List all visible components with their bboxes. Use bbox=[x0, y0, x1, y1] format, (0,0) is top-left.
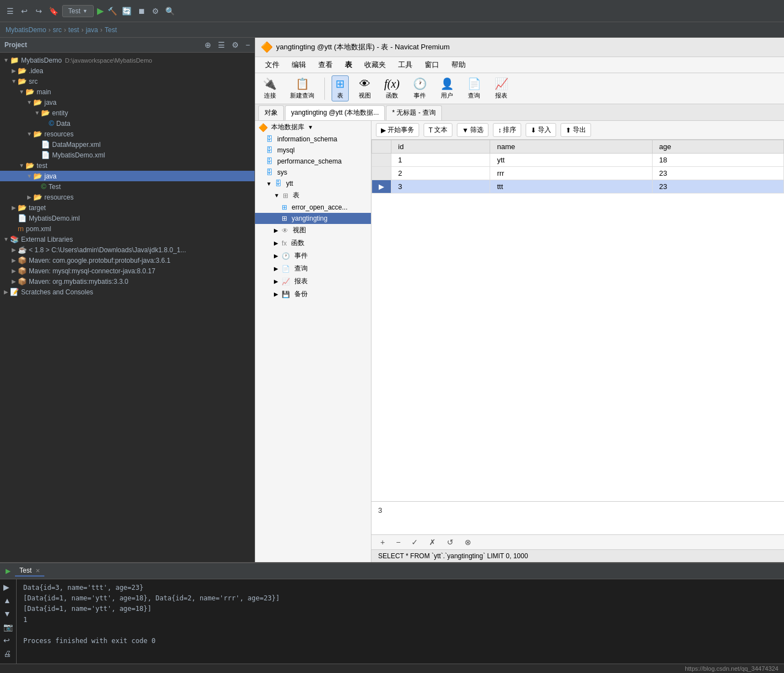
sync-icon[interactable]: ⊕ bbox=[205, 40, 211, 49]
settings-icon[interactable]: ⚙ bbox=[150, 6, 161, 17]
export-btn[interactable]: ⬆ 导出 bbox=[561, 123, 591, 137]
tree-item-java-test[interactable]: ▼ 📂 java bbox=[0, 171, 254, 181]
toolbar-connect[interactable]: 🔌 连接 bbox=[259, 76, 280, 101]
toolbar-new-query[interactable]: 📋 新建查询 bbox=[287, 76, 318, 101]
table-row-active[interactable]: ▶ 3 ttt 23 bbox=[372, 180, 784, 193]
db-item-table-group[interactable]: ▼ ⊞ 表 bbox=[255, 189, 371, 202]
tab-table-data[interactable]: yangtingting @ytt (本地数据... bbox=[285, 105, 385, 120]
menu-view[interactable]: 查看 bbox=[313, 58, 338, 72]
toolbar-query[interactable]: 📄 查询 bbox=[464, 76, 485, 101]
import-btn[interactable]: ⬇ 导入 bbox=[526, 123, 556, 137]
text-btn[interactable]: T 文本 bbox=[424, 123, 452, 137]
menu-tools[interactable]: 工具 bbox=[393, 58, 418, 72]
start-transaction-btn[interactable]: ▶ 开始事务 bbox=[376, 123, 419, 137]
breadcrumb-item-0[interactable]: MybatisDemo bbox=[6, 26, 46, 34]
db-item-ytt[interactable]: ▼ 🗄 ytt bbox=[255, 178, 371, 189]
cell-age[interactable]: 23 bbox=[652, 180, 783, 193]
tree-item-entity[interactable]: ▼ 📂 entity bbox=[0, 108, 254, 118]
run-up-btn[interactable]: ▲ bbox=[2, 595, 14, 606]
cell-id[interactable]: 2 bbox=[391, 167, 490, 180]
tree-item-mybatis[interactable]: ▶ 📦 Maven: org.mybatis:mybatis:3.3.0 bbox=[0, 276, 254, 287]
tree-item-iml[interactable]: 📄 MybatisDemo.iml bbox=[0, 213, 254, 223]
menu-window[interactable]: 窗口 bbox=[419, 58, 445, 72]
db-item-mysql[interactable]: 🗄 mysql bbox=[255, 145, 371, 156]
breadcrumb-item-3[interactable]: java bbox=[86, 26, 98, 34]
bookmark-icon[interactable]: 🔖 bbox=[48, 6, 59, 17]
tree-item-resources-test[interactable]: ▶ 📂 resources bbox=[0, 192, 254, 202]
refresh-btn[interactable]: ↺ bbox=[444, 537, 457, 548]
run-close-btn[interactable]: ✕ bbox=[35, 568, 40, 574]
tree-item-data[interactable]: © Data bbox=[0, 118, 254, 129]
minimize-icon[interactable]: − bbox=[246, 40, 250, 49]
toolbar-view[interactable]: 👁 视图 bbox=[355, 77, 374, 101]
cell-name[interactable]: rrr bbox=[490, 167, 652, 180]
delete-row-btn[interactable]: − bbox=[393, 537, 404, 548]
tree-item-scratches[interactable]: ▶ 📝 Scratches and Consoles bbox=[0, 287, 254, 297]
menu-favorites[interactable]: 收藏夹 bbox=[359, 58, 391, 72]
redo-icon[interactable]: ↪ bbox=[33, 6, 44, 17]
menu-help[interactable]: 帮助 bbox=[446, 58, 471, 72]
cell-name[interactable]: ttt bbox=[490, 180, 652, 193]
menu-icon[interactable]: ☰ bbox=[4, 6, 16, 17]
tree-item-external-libs[interactable]: ▼ 📚 External Libraries bbox=[0, 234, 254, 244]
db-item-queries[interactable]: ▶ 📄 查询 bbox=[255, 262, 371, 275]
tree-item-target[interactable]: ▶ 📂 target bbox=[0, 202, 254, 213]
db-item-error-table[interactable]: ⊞ error_open_acce... bbox=[255, 202, 371, 213]
tab-object[interactable]: 对象 bbox=[258, 105, 284, 120]
db-item-yangtingting[interactable]: ⊞ yangtingting bbox=[255, 213, 371, 224]
cell-age[interactable]: 23 bbox=[652, 167, 783, 180]
table-row[interactable]: 2 rrr 23 bbox=[372, 167, 784, 180]
run-wrap-btn[interactable]: ↩ bbox=[2, 635, 14, 646]
cancel-edit-btn[interactable]: ✗ bbox=[426, 537, 439, 548]
gear-icon[interactable]: ⚙ bbox=[232, 40, 239, 49]
build-icon[interactable]: 🔨 bbox=[107, 6, 118, 17]
tree-item-java-main[interactable]: ▼ 📂 java bbox=[0, 97, 254, 108]
stop-query-btn[interactable]: ⊗ bbox=[461, 537, 475, 548]
filter-icon[interactable]: ☰ bbox=[218, 40, 225, 49]
add-row-btn[interactable]: + bbox=[377, 537, 388, 548]
menu-edit[interactable]: 编辑 bbox=[286, 58, 312, 72]
cell-id[interactable]: 1 bbox=[391, 154, 490, 167]
toolbar-event[interactable]: 🕐 事件 bbox=[410, 76, 430, 101]
tree-item-test-java[interactable]: © Test bbox=[0, 181, 254, 192]
run-button[interactable]: ▶ bbox=[97, 6, 104, 16]
db-item-sys[interactable]: 🗄 sys bbox=[255, 167, 371, 178]
tree-item-src[interactable]: ▼ 📂 src bbox=[0, 76, 254, 86]
db-item-views[interactable]: ▶ 👁 视图 bbox=[255, 224, 371, 237]
db-item-info-schema[interactable]: 🗄 information_schema bbox=[255, 134, 371, 145]
search-icon[interactable]: 🔍 bbox=[165, 6, 176, 17]
tree-item-main[interactable]: ▼ 📂 main bbox=[0, 86, 254, 97]
cell-id[interactable]: 3 bbox=[391, 180, 490, 193]
toolbar-report[interactable]: 📈 报表 bbox=[491, 76, 512, 101]
db-item-perf-schema[interactable]: 🗄 performance_schema bbox=[255, 156, 371, 167]
reload-icon[interactable]: 🔄 bbox=[121, 6, 133, 17]
sort-btn[interactable]: ↕ 排序 bbox=[493, 123, 521, 137]
cell-age[interactable]: 18 bbox=[652, 154, 783, 167]
breadcrumb-item-1[interactable]: src bbox=[53, 26, 62, 34]
db-item-events[interactable]: ▶ 🕐 事件 bbox=[255, 249, 371, 262]
breadcrumb-item-2[interactable]: test bbox=[68, 26, 79, 34]
tree-item-mysql-connector[interactable]: ▶ 📦 Maven: mysql:mysql-connector-java:8.… bbox=[0, 266, 254, 276]
db-item-reports[interactable]: ▶ 📈 报表 bbox=[255, 275, 371, 288]
breadcrumb-item-4[interactable]: Test bbox=[105, 26, 117, 34]
col-header-id[interactable]: id bbox=[391, 140, 490, 154]
toolbar-user[interactable]: 👤 用户 bbox=[437, 76, 457, 101]
tree-item-protobuf[interactable]: ▶ 📦 Maven: com.google.protobuf:protobuf-… bbox=[0, 255, 254, 266]
project-selector[interactable]: Test ▼ bbox=[62, 5, 94, 17]
col-header-name[interactable]: name bbox=[490, 140, 652, 154]
tree-item-pom[interactable]: m pom.xml bbox=[0, 223, 254, 234]
tree-item-datamapper[interactable]: 📄 DataMapper.xml bbox=[0, 139, 254, 150]
db-item-local[interactable]: 🔶 本地数据库 ▼ bbox=[255, 121, 371, 134]
undo-icon[interactable]: ↩ bbox=[19, 6, 30, 17]
tab-untitled-query[interactable]: * 无标题 - 查询 bbox=[386, 105, 442, 120]
stop-icon[interactable]: ⏹ bbox=[136, 6, 147, 17]
cell-name[interactable]: ytt bbox=[490, 154, 652, 167]
db-item-funcs[interactable]: ▶ fx 函数 bbox=[255, 237, 371, 249]
col-header-age[interactable]: age bbox=[652, 140, 783, 154]
run-camera-btn[interactable]: 📷 bbox=[2, 621, 14, 633]
menu-table[interactable]: 表 bbox=[339, 58, 358, 72]
table-row[interactable]: 1 ytt 18 bbox=[372, 154, 784, 167]
toolbar-table[interactable]: ⊞ 表 bbox=[332, 75, 349, 101]
run-down-btn[interactable]: ▼ bbox=[2, 608, 14, 619]
run-play-btn[interactable]: ▶ bbox=[2, 582, 14, 593]
